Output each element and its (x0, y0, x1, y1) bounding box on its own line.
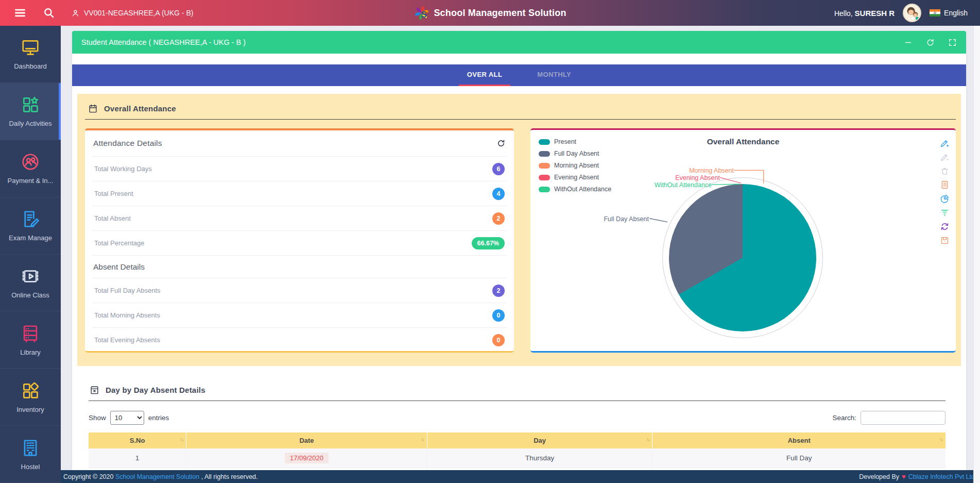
callout-full-day-absent: Full Day Absent (604, 215, 649, 223)
cell-sno: 1 (89, 448, 186, 468)
attendance-value-badge: 2 (492, 212, 505, 225)
date-link[interactable]: 17/09/2020 (285, 453, 329, 463)
avatar[interactable] (903, 4, 921, 22)
sidebar-item-exam-manage[interactable]: Exam Manage (0, 197, 61, 255)
legend-item-present[interactable]: Present (539, 138, 611, 145)
notes-list-icon[interactable] (940, 180, 950, 190)
edit-note-icon[interactable] (940, 152, 950, 162)
entries-label: entries (148, 414, 169, 422)
page-size-select[interactable]: 10 (110, 411, 144, 425)
footer-app-link[interactable]: School Management Solution (115, 473, 199, 480)
filter-icon[interactable] (940, 208, 950, 218)
sidebar-item-label: Hostel (21, 463, 40, 471)
scrollbar-track[interactable] (973, 26, 980, 483)
tab-bar: OVER ALLMONTHLY (72, 64, 966, 86)
calendar-x-icon (90, 385, 99, 395)
attendance-row-total-full-day-absents: Total Full Day Absents2 (92, 278, 507, 303)
column-header-label: Date (299, 437, 314, 444)
column-header-absent[interactable]: Absent↑↓ (652, 432, 945, 448)
section-title-day-by-day: Day by Day Absent Details (106, 386, 205, 394)
sidebar-item-library[interactable]: Library (0, 311, 61, 369)
pie-chart[interactable] (669, 184, 816, 331)
sidebar-item-online-class[interactable]: Online Class (0, 255, 61, 312)
current-student-label: VV001-NEGASHREE,A (UKG - B) (84, 9, 193, 17)
legend-label: Morning Absent (554, 162, 599, 169)
legend-item-morning-absent[interactable]: Morning Absent (539, 162, 611, 169)
overall-attendance-panel: Overall Attendance Attendance Details To… (77, 94, 961, 366)
copyright-text: Copyright © 2020 (63, 473, 113, 480)
sidebar-item-dashboard[interactable]: Dashboard (0, 26, 61, 83)
legend-marker-icon (539, 163, 550, 169)
attendance-row-label: Total Percentage (94, 239, 145, 247)
sidebar-item-payment-in[interactable]: Payment & In... (0, 140, 61, 197)
tab-monthly[interactable]: MONTHLY (529, 64, 579, 86)
top-bar: VV001-NEGASHREE,A (UKG - B) S School Man… (0, 0, 980, 26)
current-student-badge[interactable]: VV001-NEGASHREE,A (UKG - B) (71, 9, 193, 18)
column-header-date[interactable]: Date↑↓ (186, 432, 427, 448)
pie-chart-icon[interactable] (940, 194, 950, 204)
portlet-title: Student Attendance ( NEGASHREE,A - UKG -… (81, 38, 246, 46)
tab-over-all[interactable]: OVER ALL (459, 64, 510, 86)
attendance-value-badge: 6 (492, 163, 505, 175)
legend-label: Evening Absent (554, 174, 599, 181)
refresh-icon[interactable] (926, 38, 935, 47)
portlet-header: Student Attendance ( NEGASHREE,A - UKG -… (72, 31, 966, 54)
attendance-row-label: Total Present (94, 190, 133, 197)
user-name: SURESH R (855, 9, 895, 18)
language-selector[interactable]: English (930, 9, 968, 17)
legend-label: Present (554, 138, 576, 145)
app-logo-icon: S (414, 5, 429, 21)
sidebar-item-label: Exam Manage (9, 234, 52, 242)
legend-item-full-day-absent[interactable]: Full Day Absent (539, 150, 611, 157)
sidebar-item-inventory[interactable]: Inventory (0, 369, 61, 426)
add-note-icon[interactable] (940, 138, 950, 148)
section-title-overall-attendance: Overall Attendance (104, 104, 176, 113)
search-icon[interactable] (42, 6, 56, 20)
hamburger-menu-icon[interactable] (13, 6, 27, 20)
sidebar-item-label: Dashboard (14, 62, 47, 70)
attendance-row-total-working-days: Total Working Days6 (92, 156, 507, 181)
sync-icon[interactable] (940, 222, 950, 231)
absent-details-title: Absent Details (92, 255, 507, 278)
callout-without-attendance: WithOut Attendance (655, 181, 712, 189)
delete-note-icon[interactable] (940, 166, 950, 176)
day-by-day-section: Day by Day Absent Details Show 10 entrie… (72, 366, 966, 483)
sidebar-item-hostel[interactable]: Hostel (0, 426, 61, 483)
legend-marker-icon (539, 139, 550, 145)
card-refresh-icon[interactable] (496, 139, 506, 148)
save-icon[interactable] (940, 236, 950, 245)
table-search-input[interactable] (861, 411, 945, 425)
sidebar-item-label: Inventory (16, 406, 44, 413)
sidebar-item-daily-activities[interactable]: Daily Activities (0, 83, 61, 140)
attendance-row-total-evening-absents: Total Evening Absents0 (92, 327, 507, 352)
sort-icon: ↑↓ (421, 437, 424, 442)
legend-marker-icon (539, 151, 550, 157)
legend-marker-icon (539, 187, 550, 192)
film-play-icon (21, 267, 40, 286)
attendance-row-total-morning-absents: Total Morning Absents0 (92, 303, 507, 327)
callout-present: Present (777, 292, 799, 299)
attendance-row-total-present: Total Present4 (92, 181, 507, 206)
minimize-icon[interactable] (904, 38, 913, 47)
shelf-icon (21, 324, 40, 343)
callout-morning-absent: Morning Absent (689, 167, 734, 174)
attendance-row-label: Total Absent (94, 214, 131, 222)
developer-link[interactable]: Cblaze Infotech Pvt Ltd (908, 473, 975, 480)
legend-item-without-attendance[interactable]: WithOut Attendance (539, 186, 611, 193)
column-header-day[interactable]: Day↑↓ (427, 432, 652, 448)
attendance-value-badge: 2 (492, 285, 505, 297)
main-content: Student Attendance ( NEGASHREE,A - UKG -… (61, 26, 980, 483)
fullscreen-icon[interactable] (948, 38, 957, 47)
column-header-label: Day (534, 437, 546, 444)
people-circle-icon (21, 152, 40, 172)
search-label: Search: (832, 414, 856, 422)
india-flag-icon (930, 9, 940, 16)
footer: Copyright © 2020 School Management Solut… (61, 470, 980, 483)
cell-date: 17/09/2020 (186, 448, 427, 468)
column-header-s-no[interactable]: S.No↑↓ (89, 432, 186, 448)
legend-item-evening-absent[interactable]: Evening Absent (539, 174, 611, 181)
legend-label: WithOut Attendance (554, 186, 611, 193)
sidebar-item-label: Daily Activities (9, 120, 51, 127)
show-label: Show (89, 414, 106, 422)
cell-day: Thursday (427, 448, 652, 468)
